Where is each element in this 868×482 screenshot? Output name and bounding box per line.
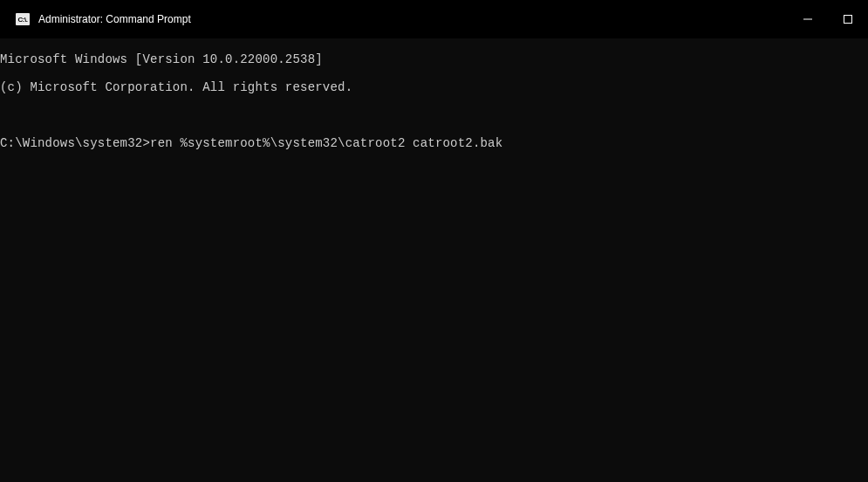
minimize-icon [803, 15, 812, 24]
maximize-icon [844, 15, 852, 24]
cmd-icon: C:\. [16, 13, 30, 25]
cmd-icon-label: C:\. [18, 16, 28, 24]
window-title: Administrator: Command Prompt [38, 13, 191, 25]
svg-rect-1 [844, 16, 852, 24]
titlebar-left: C:\. Administrator: Command Prompt [16, 13, 191, 25]
version-line: Microsoft Windows [Version 10.0.22000.25… [0, 52, 868, 66]
terminal-output[interactable]: Microsoft Windows [Version 10.0.22000.25… [0, 38, 868, 164]
window-controls [788, 0, 868, 38]
blank-line [0, 108, 868, 122]
minimize-button[interactable] [788, 0, 828, 38]
command-line: C:\Windows\system32>ren %systemroot%\sys… [0, 136, 868, 150]
command-text: ren %systemroot%\system32\catroot2 catro… [150, 136, 502, 150]
maximize-button[interactable] [828, 0, 868, 38]
prompt-text: C:\Windows\system32> [0, 136, 150, 150]
titlebar: C:\. Administrator: Command Prompt [0, 0, 868, 38]
copyright-line: (c) Microsoft Corporation. All rights re… [0, 80, 868, 94]
